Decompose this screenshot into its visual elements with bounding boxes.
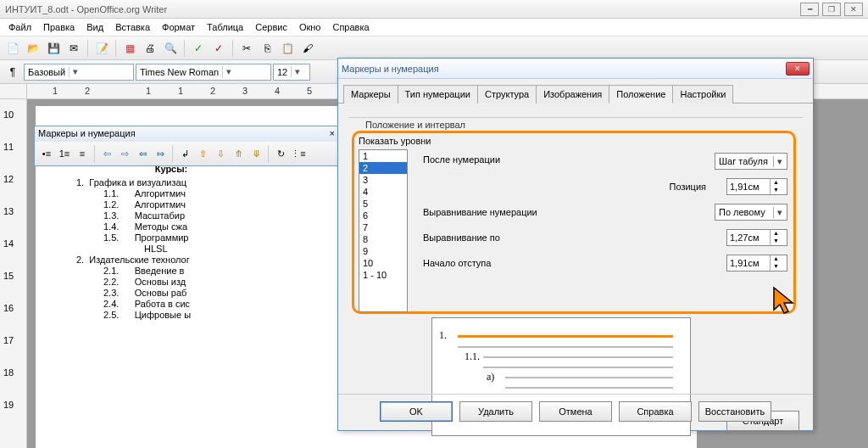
move-down-icon[interactable]: ⇩ (212, 145, 229, 162)
dialog-body: Положение и интервал Показать уровни 1 2… (338, 104, 813, 128)
move-up-sub-icon[interactable]: ⤊ (230, 145, 247, 162)
tab-numbering-type[interactable]: Тип нумерации (398, 85, 478, 104)
spin-up-icon[interactable]: ▲ (770, 179, 782, 187)
after-numbering-combo[interactable]: Шаг табуля▾ (715, 153, 787, 170)
menu-file[interactable]: Файл (3, 20, 36, 34)
level-item[interactable]: 8 (359, 233, 407, 245)
dialog-close-button[interactable]: ✕ (786, 62, 810, 76)
font-size-combo[interactable]: 12▾ (273, 64, 310, 81)
remove-button[interactable]: Удалить (459, 401, 532, 422)
menu-window[interactable]: Окно (294, 20, 326, 34)
promote-one-icon[interactable]: ⇦ (98, 145, 115, 162)
pdf-icon[interactable]: ▦ (120, 39, 139, 58)
open-icon[interactable]: 📂 (24, 39, 42, 58)
promote-sub-icon[interactable]: ⤆ (134, 145, 151, 162)
tab-options[interactable]: Настройки (672, 85, 733, 104)
menu-bar: Файл Правка Вид Вставка Формат Таблица С… (0, 19, 868, 36)
close-button[interactable]: ✕ (844, 3, 863, 16)
cut-icon[interactable]: ✂ (237, 39, 256, 58)
level-item[interactable]: 2 (359, 162, 407, 174)
menu-edit[interactable]: Правка (38, 20, 80, 34)
float-toolbar-close[interactable]: × (330, 128, 335, 140)
level-item[interactable]: 7 (359, 221, 407, 233)
level-item[interactable]: 1 - 10 (359, 269, 407, 281)
aligned-at-input[interactable] (727, 232, 770, 243)
demote-one-icon[interactable]: ⇨ (116, 145, 133, 162)
numbering-icon[interactable]: 1≡ (56, 145, 73, 162)
fieldset-label: Положение и интервал (362, 120, 469, 130)
level-item[interactable]: 1 (359, 150, 407, 162)
menu-tools[interactable]: Сервис (250, 20, 292, 34)
bullets-dialog-icon[interactable]: ⋮≡ (290, 145, 307, 162)
spin-down-icon[interactable]: ▼ (770, 263, 782, 271)
levels-listbox[interactable]: 1 2 3 4 5 6 7 8 9 10 1 - 10 (359, 149, 408, 312)
level-item[interactable]: 5 (359, 198, 407, 210)
level-item[interactable]: 10 (359, 257, 407, 269)
help-button[interactable]: Справка (619, 401, 692, 422)
level-item[interactable]: 3 (359, 174, 407, 186)
dialog-title: Маркеры и нумерация (342, 64, 439, 74)
print-icon[interactable]: 🖨 (141, 39, 159, 58)
dialog-titlebar[interactable]: Маркеры и нумерация ✕ (338, 59, 813, 79)
tab-outline[interactable]: Структура (477, 85, 537, 104)
maximize-button[interactable]: ❐ (822, 3, 841, 16)
move-down-sub-icon[interactable]: ⤋ (248, 145, 264, 162)
copy-icon[interactable]: ⎘ (258, 39, 276, 58)
spin-down-icon[interactable]: ▼ (770, 187, 782, 194)
spin-up-icon[interactable]: ▲ (770, 255, 782, 263)
demote-sub-icon[interactable]: ⤇ (152, 145, 169, 162)
spin-up-icon[interactable]: ▲ (770, 230, 782, 238)
cursor-icon (772, 286, 799, 318)
indent-at-spinner[interactable]: ▲▼ (726, 255, 787, 272)
font-name-combo[interactable]: Times New Roman▾ (136, 64, 271, 81)
bullets-numbering-toolbar[interactable]: Маркеры и нумерация × •≡ 1≡ ≡ ⇦ ⇨ ⤆ ⤇ ↲ … (34, 126, 339, 166)
spellcheck-icon[interactable]: ✓ (189, 39, 208, 58)
window-title: ИНТУИТ_8.odt - OpenOffice.org Writer (5, 4, 167, 14)
paragraph-style-combo[interactable]: Базовый▾ (24, 64, 134, 81)
email-icon[interactable]: ✉ (64, 39, 83, 58)
level-item[interactable]: 9 (359, 245, 407, 257)
position-spinner[interactable]: ▲▼ (726, 178, 787, 195)
float-toolbar-title: Маркеры и нумерация (38, 128, 136, 140)
level-item[interactable]: 6 (359, 210, 407, 221)
dropdown-icon: ▾ (773, 207, 785, 218)
menu-view[interactable]: Вид (81, 20, 108, 34)
restart-numbering-icon[interactable]: ↻ (272, 145, 289, 162)
minimize-button[interactable]: ━ (800, 3, 819, 16)
save-icon[interactable]: 💾 (44, 39, 63, 58)
tab-graphics[interactable]: Изображения (536, 85, 609, 104)
move-up-icon[interactable]: ⇧ (194, 145, 211, 162)
format-paint-icon[interactable]: 🖌 (298, 39, 317, 58)
cancel-button[interactable]: Отмена (539, 401, 612, 422)
insert-unnumbered-icon[interactable]: ↲ (176, 145, 193, 162)
styles-icon[interactable]: ¶ (3, 63, 22, 81)
position-input[interactable] (727, 182, 770, 192)
aligned-at-spinner[interactable]: ▲▼ (726, 229, 787, 246)
autospell-icon[interactable]: ✓ (209, 39, 228, 58)
menu-format[interactable]: Формат (157, 20, 200, 34)
dropdown-icon: ▾ (222, 66, 234, 77)
bullets-icon[interactable]: •≡ (38, 145, 55, 162)
preview-icon[interactable]: 🔍 (161, 39, 180, 58)
spin-down-icon[interactable]: ▼ (770, 238, 782, 245)
menu-insert[interactable]: Вставка (110, 20, 155, 34)
tab-bullets[interactable]: Маркеры (343, 85, 398, 104)
numbering-alignment-label: Выравнивание нумерации (423, 207, 576, 217)
indent-at-input[interactable] (727, 258, 770, 268)
indent-at-label: Начало отступа (423, 258, 576, 268)
dialog-tabs: Маркеры Тип нумерации Структура Изображе… (338, 79, 813, 104)
edit-icon[interactable]: 📝 (92, 39, 111, 58)
paste-icon[interactable]: 📋 (278, 39, 297, 58)
font-size-value: 12 (277, 67, 287, 77)
ok-button[interactable]: OK (380, 401, 453, 422)
outline-off-icon[interactable]: ≡ (74, 145, 91, 162)
bullets-numbering-dialog: Маркеры и нумерация ✕ Маркеры Тип нумера… (337, 58, 814, 431)
numbering-alignment-combo[interactable]: По левому▾ (715, 204, 787, 221)
level-item[interactable]: 4 (359, 186, 407, 198)
after-numbering-label: После нумерации (423, 154, 576, 165)
menu-table[interactable]: Таблица (202, 20, 248, 34)
tab-position[interactable]: Положение (609, 85, 673, 104)
new-doc-icon[interactable]: 📄 (3, 39, 22, 58)
reset-button[interactable]: Восстановить (698, 401, 771, 422)
menu-help[interactable]: Справка (327, 20, 374, 34)
